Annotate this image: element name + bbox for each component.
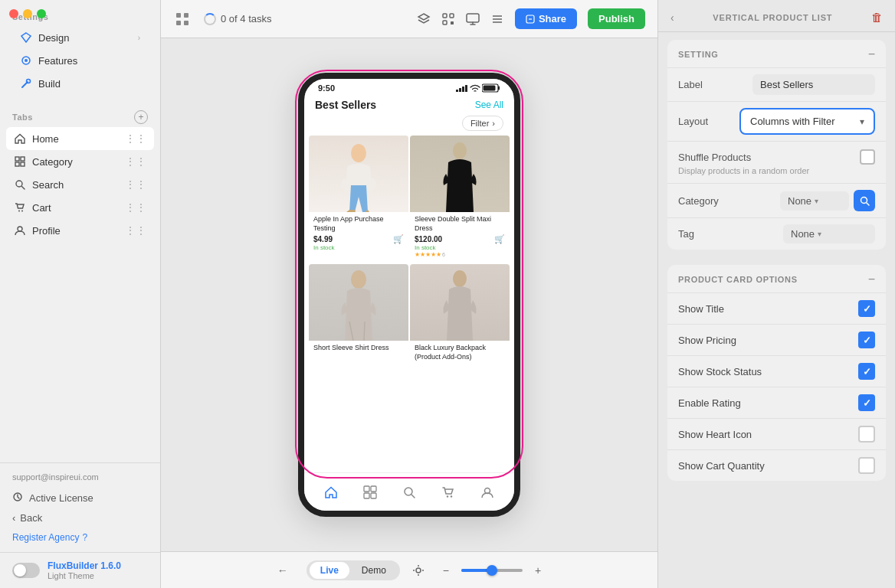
sidebar-item-category[interactable]: Category ⋮⋮ <box>6 150 154 173</box>
layout-row: Layout Columns with Filter ▾ <box>667 101 886 141</box>
zoom-in-button[interactable]: + <box>529 561 547 580</box>
cart-add-icon[interactable]: 🛒 <box>393 234 404 244</box>
svg-point-12 <box>21 211 23 212</box>
phone-nav-profile[interactable] <box>480 485 494 499</box>
back-button[interactable]: ‹ Back <box>12 508 148 528</box>
home-icon <box>14 132 26 145</box>
cart-drag-handle: ⋮⋮ <box>125 201 146 214</box>
close-button[interactable] <box>9 9 18 18</box>
layout-dropdown[interactable]: Columns with Filter ▾ <box>739 108 875 135</box>
svg-rect-19 <box>443 14 447 18</box>
enable-rating-checkbox[interactable] <box>858 394 875 411</box>
tag-chevron-icon: ▾ <box>818 230 821 238</box>
maximize-button[interactable] <box>37 9 46 18</box>
setting-collapse-button[interactable]: − <box>868 47 875 61</box>
tag-select[interactable]: None ▾ <box>783 224 875 243</box>
sidebar-item-build[interactable]: Build <box>12 72 148 95</box>
share-button[interactable]: Share <box>515 8 577 29</box>
tag-row: Tag None ▾ <box>667 217 886 250</box>
grid-menu-icon[interactable] <box>173 10 192 28</box>
setting-section-title: SETTING <box>678 50 719 59</box>
panel-delete-button[interactable]: 🗑 <box>871 11 883 24</box>
sidebar-item-features[interactable]: Features <box>12 49 148 72</box>
topbar: 0 of 4 tasks Share Publish <box>161 0 657 38</box>
active-license-item[interactable]: Active License <box>12 488 148 508</box>
person-icon <box>14 224 26 237</box>
label-field-label: Label <box>678 79 739 90</box>
show-cart-quantity-label: Show Cart Quantity <box>678 460 765 472</box>
category-search-button[interactable] <box>854 190 875 211</box>
svg-point-49 <box>451 495 452 497</box>
register-agency-link[interactable]: Register Agency ? <box>12 532 148 543</box>
see-all-link[interactable]: See All <box>475 100 503 110</box>
show-heart-checkbox[interactable] <box>858 426 875 443</box>
product-card: -8% <box>309 264 408 366</box>
product-stock: In stock <box>415 244 505 251</box>
product-card-collapse-button[interactable]: − <box>868 273 875 286</box>
theme-toggle[interactable] <box>12 563 40 578</box>
filter-bar: Filter › <box>304 116 514 136</box>
phone-nav-cart[interactable] <box>441 485 455 499</box>
live-tab[interactable]: Live <box>310 562 349 579</box>
svg-rect-31 <box>462 87 464 92</box>
category-select[interactable]: None ▾ <box>780 191 849 211</box>
prev-button[interactable]: ← <box>271 561 294 580</box>
product-name: Short Sleeve Shirt Dress <box>313 344 404 353</box>
sidebar-item-search[interactable]: Search ⋮⋮ <box>6 173 154 196</box>
show-cart-quantity-checkbox[interactable] <box>858 457 875 474</box>
shuffle-checkbox[interactable] <box>860 149 875 165</box>
cart-add-icon[interactable]: 🛒 <box>494 234 505 244</box>
sidebar-item-home[interactable]: Home ⋮⋮ <box>6 127 154 150</box>
show-title-checkbox[interactable] <box>858 300 875 317</box>
zoom-slider[interactable] <box>461 569 523 572</box>
shuffle-label: Shuffle Products <box>678 152 751 163</box>
monitor-icon[interactable] <box>466 12 480 26</box>
show-pricing-checkbox[interactable] <box>858 332 875 348</box>
svg-rect-23 <box>467 14 479 22</box>
best-sellers-title: Best Sellers <box>315 99 376 111</box>
svg-point-41 <box>453 270 467 287</box>
show-title-label: Show Title <box>678 303 724 315</box>
sidebar-item-design[interactable]: Design › <box>12 26 148 49</box>
brightness-icon[interactable] <box>412 564 425 577</box>
product-card: Apple In App Purchase Testing $4.99 🛒 In… <box>309 136 408 263</box>
right-panel-header: ‹ VERTICAL PRODUCT LIST 🗑 <box>658 0 895 32</box>
label-row: Label <box>667 67 886 101</box>
filter-chevron-icon: › <box>492 119 495 128</box>
demo-tab[interactable]: Demo <box>351 562 397 579</box>
panel-back-button[interactable]: ‹ <box>670 11 674 24</box>
svg-rect-7 <box>15 162 19 166</box>
sidebar-item-cart[interactable]: Cart ⋮⋮ <box>6 196 154 219</box>
category-drag-handle: ⋮⋮ <box>125 155 146 168</box>
show-stock-status-row: Show Stock Status <box>667 355 886 387</box>
label-input[interactable] <box>752 74 875 95</box>
show-stock-checkbox[interactable] <box>858 363 875 380</box>
zoom-out-button[interactable]: − <box>437 561 455 580</box>
phone-time: 9:50 <box>318 83 335 93</box>
back-chevron-icon: ‹ <box>12 512 15 524</box>
layout-chevron-icon: ▾ <box>860 116 864 127</box>
svg-line-40 <box>364 322 365 341</box>
publish-button[interactable]: Publish <box>588 8 645 29</box>
tasks-indicator: 0 of 4 tasks <box>204 13 271 25</box>
svg-point-13 <box>18 227 22 231</box>
svg-point-11 <box>18 211 20 212</box>
svg-line-47 <box>411 495 415 498</box>
product-price: $120.00 <box>415 235 442 243</box>
product-image <box>410 264 510 341</box>
filter-pill[interactable]: Filter › <box>462 116 503 131</box>
show-heart-icon-row: Show Heart Icon <box>667 418 886 449</box>
phone-nav-home[interactable] <box>324 485 338 499</box>
svg-rect-8 <box>21 162 25 166</box>
add-tab-button[interactable]: + <box>134 110 148 124</box>
sidebar-item-profile[interactable]: Profile ⋮⋮ <box>6 219 154 242</box>
show-title-row: Show Title <box>667 292 886 324</box>
canvas-area: 9:50 Best Sellers See All Filter <box>161 38 657 551</box>
minimize-button[interactable] <box>23 9 32 18</box>
phone-signal <box>456 83 500 93</box>
layers-icon[interactable] <box>417 12 431 26</box>
phone-nav-search[interactable] <box>402 485 416 499</box>
phone-nav-category[interactable] <box>363 485 377 499</box>
scan-icon[interactable] <box>441 12 455 26</box>
list-icon[interactable] <box>490 12 504 26</box>
